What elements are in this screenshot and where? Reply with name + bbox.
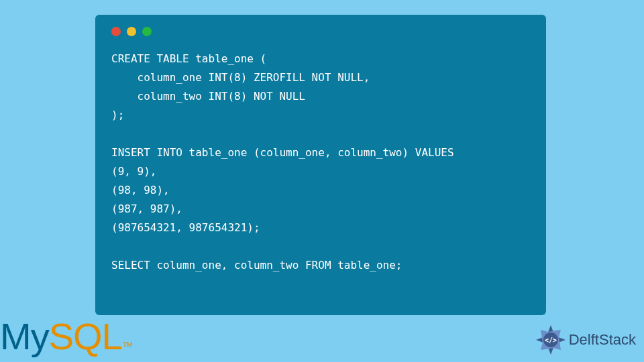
mysql-tm-text: TM (123, 341, 132, 349)
code-content: CREATE TABLE table_one ( column_one INT(… (111, 50, 530, 275)
close-icon (111, 27, 121, 36)
svg-text:</>: </> (545, 337, 557, 344)
maximize-icon (142, 27, 152, 36)
mysql-sql-text: SQL (49, 314, 122, 358)
mysql-my-text: My (0, 314, 49, 358)
code-window: CREATE TABLE table_one ( column_one INT(… (95, 15, 546, 315)
delftstack-logo: </> DelftStack (535, 324, 636, 355)
delftstack-icon: </> (535, 324, 566, 355)
delftstack-text: DelftStack (569, 331, 636, 349)
mysql-logo: My SQL TM (0, 314, 132, 358)
traffic-lights (111, 27, 530, 36)
minimize-icon (127, 27, 136, 36)
